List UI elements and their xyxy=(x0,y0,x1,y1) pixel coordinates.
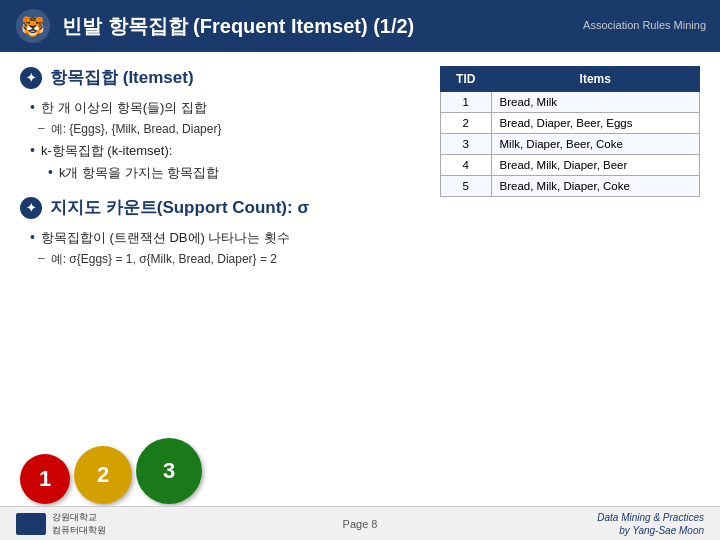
numbers-decoration: 1 2 3 xyxy=(20,438,202,504)
cell-tid: 4 xyxy=(441,155,492,176)
section2: ✦ 지지도 카운트(Support Count): σ 항목집합이 (트랜잭션 … xyxy=(20,196,420,268)
section1-list3: k개 항목을 가지는 항목집합 xyxy=(20,164,420,182)
content-area: ✦ 항목집합 (Itemset) 한 개 이상의 항목(들)의 집합 예: {E… xyxy=(0,52,720,482)
col-items: Items xyxy=(491,67,699,92)
table-row: 5Bread, Milk, Diaper, Coke xyxy=(441,176,700,197)
footer-page: Page 8 xyxy=(343,518,378,530)
cell-items: Bread, Diaper, Beer, Eggs xyxy=(491,113,699,134)
footer-school: 강원대학교컴퓨터대학원 xyxy=(52,511,106,537)
header-subtitle: Association Rules Mining xyxy=(583,18,706,33)
section1-sub1: 예: {Eggs}, {Milk, Bread, Diaper} xyxy=(38,121,420,138)
table-row: 1Bread, Milk xyxy=(441,92,700,113)
cell-tid: 3 xyxy=(441,134,492,155)
cell-items: Bread, Milk xyxy=(491,92,699,113)
table-row: 2Bread, Diaper, Beer, Eggs xyxy=(441,113,700,134)
section2-icon: ✦ xyxy=(20,197,42,219)
section1-item1: 한 개 이상의 항목(들)의 집합 xyxy=(30,99,420,117)
section1-icon: ✦ xyxy=(20,67,42,89)
header: 🐯 빈발 항목집합 (Frequent Itemset) (1/2) Assoc… xyxy=(0,0,720,52)
number-3: 3 xyxy=(136,438,202,504)
footer-logo-area: 강원대학교컴퓨터대학원 xyxy=(16,511,106,537)
left-panel: ✦ 항목집합 (Itemset) 한 개 이상의 항목(들)의 집합 예: {E… xyxy=(20,66,420,482)
footer: 강원대학교컴퓨터대학원 Page 8 Data Mining & Practic… xyxy=(0,506,720,540)
section2-list: 항목집합이 (트랜잭션 DB에) 나타나는 횟수 xyxy=(20,229,420,247)
footer-logo xyxy=(16,513,46,535)
cell-tid: 5 xyxy=(441,176,492,197)
cell-items: Bread, Milk, Diaper, Beer xyxy=(491,155,699,176)
number-1: 1 xyxy=(20,454,70,504)
section2-item1: 항목집합이 (트랜잭션 DB에) 나타나는 횟수 xyxy=(30,229,420,247)
section1-sublist1: 예: {Eggs}, {Milk, Bread, Diaper} xyxy=(20,121,420,138)
number-2: 2 xyxy=(74,446,132,504)
col-tid: TID xyxy=(441,67,492,92)
table-row: 3Milk, Diaper, Beer, Coke xyxy=(441,134,700,155)
section2-sub1: 예: σ{Eggs} = 1, σ{Milk, Bread, Diaper} =… xyxy=(38,251,420,268)
right-panel: TID Items 1Bread, Milk2Bread, Diaper, Be… xyxy=(440,66,700,482)
footer-credit: Data Mining & Practices by Yang-Sae Moon xyxy=(597,511,704,537)
cell-items: Bread, Milk, Diaper, Coke xyxy=(491,176,699,197)
section1-list: 한 개 이상의 항목(들)의 집합 xyxy=(20,99,420,117)
page-title: 빈발 항목집합 (Frequent Itemset) (1/2) xyxy=(62,13,583,40)
section2-sublist: 예: σ{Eggs} = 1, σ{Milk, Bread, Diaper} =… xyxy=(20,251,420,268)
section1-title: ✦ 항목집합 (Itemset) xyxy=(20,66,420,89)
section1-item2b: k개 항목을 가지는 항목집합 xyxy=(48,164,420,182)
section1-item2: k-항목집합 (k-itemset): xyxy=(30,142,420,160)
itemset-table: TID Items 1Bread, Milk2Bread, Diaper, Be… xyxy=(440,66,700,197)
section2-title: ✦ 지지도 카운트(Support Count): σ xyxy=(20,196,420,219)
table-row: 4Bread, Milk, Diaper, Beer xyxy=(441,155,700,176)
cell-tid: 1 xyxy=(441,92,492,113)
logo-icon: 🐯 xyxy=(14,7,52,45)
cell-items: Milk, Diaper, Beer, Coke xyxy=(491,134,699,155)
section1-list2: k-항목집합 (k-itemset): xyxy=(20,142,420,160)
cell-tid: 2 xyxy=(441,113,492,134)
svg-text:🐯: 🐯 xyxy=(21,15,45,38)
